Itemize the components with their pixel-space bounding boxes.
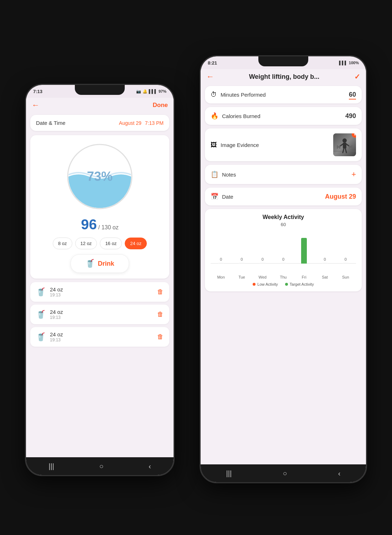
log-oz-3: 24 oz <box>50 331 153 337</box>
phone1-date-card: Date & Time August 29 7:13 PM <box>30 115 169 131</box>
phone1-time: 7:13 <box>33 89 42 94</box>
bar-sun: 0 <box>343 257 349 264</box>
phone1-done-button[interactable]: Done <box>153 102 168 109</box>
day-sat: Sat <box>319 275 331 279</box>
oz-button-8[interactable]: 8 oz <box>53 238 72 249</box>
log-oz-2: 24 oz <box>50 309 153 315</box>
phone2-gym-thumbnail[interactable]: × <box>333 133 356 156</box>
phone2-weekly-chart: Weekly Activity 60 0 0 <box>205 209 362 291</box>
log-cup-icon-1: 🥤 <box>36 287 46 297</box>
bar-sat: 0 <box>322 257 328 264</box>
svg-rect-6 <box>343 143 346 148</box>
oz-button-24[interactable]: 24 oz <box>125 238 147 249</box>
phone2-status-icons: ▌▌▌ 100% <box>339 61 359 65</box>
phone2-minutes-value[interactable]: 60 <box>349 91 356 100</box>
phone2-fire-icon: 🔥 <box>211 112 218 120</box>
svg-point-5 <box>342 138 347 143</box>
phone2-nav-back[interactable]: ‹ <box>331 467 348 480</box>
phone2-check-button[interactable]: ✓ <box>354 72 360 81</box>
drink-cup-icon: 🥤 <box>85 259 95 268</box>
phone2-notes-icon: 📋 <box>211 170 218 178</box>
phone2-calories-card: 🔥 Calories Burned 490 <box>205 107 362 125</box>
bar-fri <box>301 236 307 264</box>
phone2-notes-label: Notes <box>222 172 236 178</box>
phone1-back-button[interactable]: ← <box>32 101 40 110</box>
phone1-time-value: 7:13 PM <box>145 120 164 126</box>
log-delete-2[interactable]: 🗑 <box>157 311 164 318</box>
legend-target-label: Target Activity <box>290 282 314 286</box>
phone2-nav-home[interactable]: ○ <box>275 467 294 480</box>
phone2-workout-tracker: 8:21 📞 10 ▌▌▌ 100% ← Weight lifting, bod… <box>200 55 367 483</box>
water-circle-container: 73% <box>64 141 135 212</box>
phone2-app-content: ← Weight lifting, body b... ✓ ⏱ Minutes … <box>201 69 366 464</box>
phone1-battery: 97% <box>159 89 166 93</box>
phone2-header: ← Weight lifting, body b... ✓ <box>201 69 366 84</box>
phone1-nav-lines[interactable]: ||| <box>41 459 61 473</box>
phone1-nav-back[interactable]: ‹ <box>141 459 158 473</box>
phone1-header: ← Done <box>26 98 174 113</box>
phone1-date-value: August 29 <box>119 120 141 126</box>
log-entry-3: 🥤 24 oz 19:13 🗑 <box>30 327 169 347</box>
phone2-image-label: Image Evidence <box>221 142 259 148</box>
log-time-2: 19:13 <box>50 315 153 320</box>
phone2-notes-add-button[interactable]: + <box>351 170 356 179</box>
bar-wed: 0 <box>260 257 265 264</box>
phone1-nav-home[interactable]: ○ <box>92 459 110 473</box>
log-delete-3[interactable]: 🗑 <box>157 333 164 341</box>
phone1-water-tracker: 7:13 📷 🔔 ▌▌▌ 97% ← Done Date <box>25 84 175 476</box>
phone2-calendar-icon: 📅 <box>211 193 218 200</box>
legend-low-label: Low Activity <box>257 282 278 286</box>
log-cup-icon-3: 🥤 <box>36 332 46 342</box>
legend-low-dot <box>253 283 256 286</box>
phone1-notification-icon: 🔔 <box>143 89 148 94</box>
oz-button-12[interactable]: 12 oz <box>75 238 97 249</box>
bar-mon: 0 <box>218 257 224 264</box>
oz-buttons-group: 8 oz 12 oz 16 oz 24 oz <box>53 238 147 249</box>
phone1-camera-icon: 📷 <box>136 89 141 94</box>
phone2-nav-lines[interactable]: ||| <box>219 467 239 480</box>
day-thu: Thu <box>277 275 290 279</box>
phone1-signal-icon: ▌▌▌ <box>149 89 157 93</box>
phone2-notes-card[interactable]: 📋 Notes + <box>205 165 362 184</box>
bar-thu: 0 <box>280 257 286 264</box>
phone1-bottom-nav: ||| ○ ‹ <box>26 457 174 475</box>
log-oz-1: 24 oz <box>50 286 153 292</box>
phone1-status-icons: 📷 🔔 ▌▌▌ 97% <box>136 89 166 94</box>
legend-low-activity: Low Activity <box>253 282 278 286</box>
day-wed: Wed <box>256 275 269 279</box>
phone2-back-button[interactable]: ← <box>206 72 214 81</box>
log-entry-2: 🥤 24 oz 19:13 🗑 <box>30 305 169 324</box>
phone2-time: 8:21 <box>208 60 217 66</box>
phone2-screen-title: Weight lifting, body b... <box>214 73 354 81</box>
svg-rect-13 <box>339 145 340 149</box>
phone2-signal-icon: ▌▌▌ <box>339 61 347 65</box>
phone2-image-icon: 🖼 <box>211 141 217 149</box>
phone2-bottom-nav: ||| ○ ‹ <box>201 464 366 482</box>
chart-bars: 0 0 0 <box>211 235 356 264</box>
phone2-battery: 100% <box>349 61 359 65</box>
phone1-water-card: 73% 96 / 130 oz 8 oz 12 oz 16 oz 24 oz 🥤 <box>30 135 169 279</box>
day-mon: Mon <box>215 275 227 279</box>
water-current-amount: 96 <box>81 216 97 233</box>
phone2-timer-icon: ⏱ <box>211 91 217 98</box>
weekly-chart-title: Weekly Activity <box>211 214 356 220</box>
phone2-minutes-label: Minutes Performed <box>221 92 266 98</box>
phone2-notch <box>258 56 308 66</box>
legend-target-activity: Target Activity <box>285 282 314 286</box>
chart-days-row: Mon Tue Wed Thu Fri Sat Sun <box>211 275 356 279</box>
svg-rect-12 <box>337 145 338 149</box>
phone2-image-card[interactable]: 🖼 Image Evidence <box>205 128 362 161</box>
phone1-date-label: Date & Time <box>36 120 66 126</box>
phone1-notch <box>75 85 125 95</box>
log-cup-icon-2: 🥤 <box>36 310 46 319</box>
drink-button[interactable]: 🥤 Drink <box>71 254 129 273</box>
log-delete-1[interactable]: 🗑 <box>157 288 164 296</box>
day-tue: Tue <box>235 275 248 279</box>
chart-area: 0 0 0 <box>211 231 356 274</box>
phone2-calories-label: Calories Burned <box>222 113 261 119</box>
chart-legend: Low Activity Target Activity <box>211 282 356 286</box>
legend-target-dot <box>285 283 288 286</box>
oz-button-16[interactable]: 16 oz <box>100 238 122 249</box>
svg-rect-16 <box>351 145 352 149</box>
phone2-date-card[interactable]: 📅 Date August 29 <box>205 188 362 205</box>
